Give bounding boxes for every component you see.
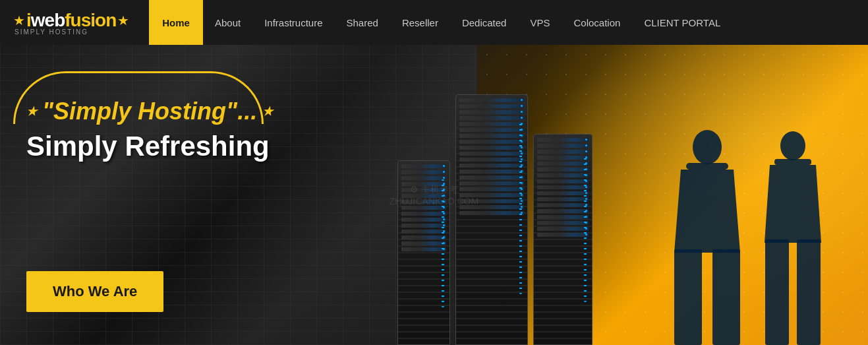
silhouette-right (760, 121, 826, 345)
main-nav: Home About Infrastructure Shared Reselle… (149, 0, 732, 45)
hero-subtitle: Simply Refreshing (26, 131, 273, 162)
nav-shared[interactable]: Shared (335, 0, 390, 45)
logo-star-left: ★ (13, 13, 25, 28)
servers-visual (364, 65, 625, 345)
nav-colocation[interactable]: Colocation (562, 0, 632, 45)
navbar: ★ iwebfusion ★ SIMPLY HOSTING Home About… (0, 0, 868, 45)
nav-dedicated[interactable]: Dedicated (450, 0, 519, 45)
server-rack-left (397, 160, 450, 345)
svg-rect-8 (765, 239, 789, 345)
svg-rect-6 (774, 159, 811, 165)
svg-rect-4 (712, 249, 740, 345)
nav-vps[interactable]: VPS (518, 0, 562, 45)
svg-rect-1 (686, 163, 728, 170)
star-icon-left: ★ (26, 104, 37, 119)
nav-reseller[interactable]: Reseller (390, 0, 450, 45)
server-rack-center (455, 94, 528, 345)
nav-home[interactable]: Home (149, 0, 203, 45)
svg-point-5 (780, 131, 805, 160)
svg-marker-2 (674, 170, 740, 253)
server-rack-right (533, 134, 593, 345)
hero-tagline-text: "Simply Hosting"... (42, 98, 257, 125)
star-icon-right: ★ (262, 104, 273, 119)
svg-rect-3 (674, 249, 702, 345)
nav-about[interactable]: About (203, 0, 252, 45)
logo[interactable]: ★ iwebfusion ★ SIMPLY HOSTING (13, 10, 129, 36)
logo-tagline: SIMPLY HOSTING (14, 28, 129, 36)
nav-client-portal[interactable]: CLIENT PORTAL (632, 0, 732, 45)
nav-infrastructure[interactable]: Infrastructure (252, 0, 334, 45)
svg-point-0 (693, 130, 722, 164)
silhouettes-area (625, 45, 868, 345)
logo-star-right: ★ (117, 13, 129, 28)
svg-marker-7 (765, 165, 821, 243)
hero-tagline: ★ "Simply Hosting"... ★ (26, 98, 273, 125)
silhouette-left (668, 121, 747, 345)
hero-section: ★ "Simply Hosting"... ★ Simply Refreshin… (0, 45, 868, 345)
svg-rect-9 (797, 239, 821, 345)
hero-text-block: ★ "Simply Hosting"... ★ Simply Refreshin… (26, 98, 273, 162)
who-we-are-button[interactable]: Who We Are (26, 271, 163, 312)
